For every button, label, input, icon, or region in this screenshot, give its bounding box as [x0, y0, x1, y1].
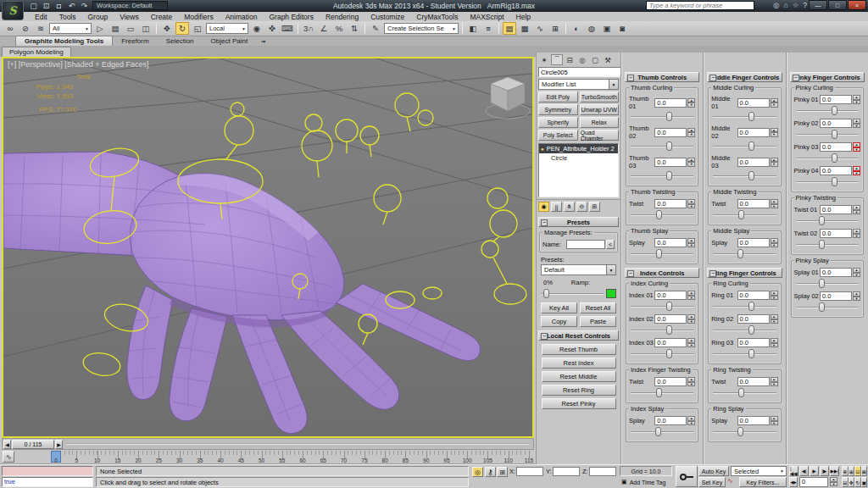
modifier-button-quad-chamfer[interactable]: Quad Chamfer — [580, 130, 620, 141]
named-selection-sets-dropdown[interactable]: Create Selection Se▼ — [384, 23, 459, 34]
slider-thumb[interactable] — [819, 240, 825, 249]
menu-customize[interactable]: Customize — [364, 13, 410, 21]
slider-pinky-finger-controls-twist-02[interactable] — [796, 239, 859, 250]
zoom-extents-icon[interactable]: ⊡ — [854, 466, 861, 476]
slider-middle-finger-controls-middle-02[interactable] — [713, 141, 776, 152]
spinner-down-icon[interactable]: ▼ — [771, 296, 778, 301]
spinner-thumb-controls-thumb-02[interactable]: ▲▼ — [687, 128, 695, 137]
selection-lock-toggle[interactable]: ⚷ — [485, 467, 496, 477]
perspective-viewport[interactable]: [+] [Perspective] [Shaded + Edged Faces]… — [2, 57, 534, 438]
slider-middle-finger-controls-splay[interactable] — [713, 248, 776, 259]
presets-rollout-header[interactable]: − Presets — [538, 217, 619, 227]
modifier-button-unwrap-uvw[interactable]: Unwrap UVW — [580, 104, 620, 115]
slider-thumb[interactable] — [737, 427, 743, 436]
slider-pinky-finger-controls-pinky-01[interactable] — [796, 105, 859, 116]
slider-thumb[interactable] — [666, 302, 672, 311]
modifier-button-relax[interactable]: Relax — [580, 117, 620, 128]
key-filters-button[interactable]: Key Filters... — [739, 477, 787, 487]
rollout-header-pinky-finger-controls[interactable]: −Pinky Finger Controls — [790, 72, 865, 82]
spinner-middle-finger-controls-middle-01[interactable]: ▲▼ — [771, 98, 778, 108]
spinner-pinky-finger-controls-pinky-03[interactable]: ▲▼ — [853, 142, 860, 152]
slider-ring-finger-controls-ring-02[interactable] — [713, 324, 776, 336]
modifier-button-poly-select[interactable]: Poly Select — [538, 130, 578, 141]
value-field-ring-finger-controls-ring-02[interactable]: 0.0 — [737, 314, 770, 324]
slider-pinky-finger-controls-twist-01[interactable] — [796, 215, 859, 226]
collapse-icon[interactable]: − — [627, 75, 634, 81]
spinner-index-controls-index-03[interactable]: ▲▼ — [687, 338, 695, 347]
ribbon-tab-selection[interactable]: Selection — [158, 36, 203, 46]
time-slider-track[interactable] — [66, 443, 530, 445]
slider-thumb[interactable] — [748, 349, 754, 358]
maximize-viewport-toggle-icon[interactable]: ▣ — [861, 477, 868, 487]
y-coordinate-field[interactable] — [553, 467, 580, 476]
maxscript-mini-listener-macro[interactable] — [2, 466, 93, 476]
spinner-down-icon[interactable]: ▼ — [687, 421, 695, 426]
percent-snap-icon[interactable]: % — [332, 22, 346, 35]
reference-coordinate-system-dropdown[interactable]: Local▼ — [206, 23, 248, 34]
slider-pinky-finger-controls-splay-02[interactable] — [796, 302, 859, 313]
value-field-pinky-finger-controls-twist-01[interactable]: 0.0 — [820, 205, 852, 214]
make-unique-icon[interactable]: ⋔ — [564, 202, 575, 212]
slider-thumb[interactable] — [819, 216, 825, 225]
value-field-index-controls-index-01[interactable]: 0.0 — [654, 291, 687, 300]
edit-named-selection-sets-icon[interactable]: ✎ — [369, 22, 382, 35]
material-editor-icon[interactable]: ◐ — [570, 22, 583, 35]
spinner-down-icon[interactable]: ▼ — [687, 103, 695, 108]
reset-all-button[interactable]: Reset All — [580, 302, 616, 313]
spinner-down-icon[interactable]: ▼ — [771, 103, 778, 108]
tab-polygon-modeling[interactable]: Polygon Modeling — [2, 47, 71, 57]
remove-modifier-icon[interactable]: ⊖ — [576, 202, 587, 212]
local-reset-rest-index[interactable]: Rest Index — [542, 358, 616, 369]
menu-crymaxtools[interactable]: CryMaxTools — [410, 13, 464, 21]
key-filter-set-dropdown[interactable]: Selected▼ — [731, 466, 787, 476]
ribbon-tab-freeform[interactable]: Freeform — [113, 36, 157, 46]
play-button[interactable]: ▶ — [810, 466, 819, 476]
spinner-down-icon[interactable]: ▼ — [853, 234, 860, 239]
spinner-down-icon[interactable]: ▼ — [771, 382, 778, 387]
zoom-icon[interactable]: ⊕ — [842, 466, 849, 476]
menu-create[interactable]: Create — [145, 13, 179, 21]
slider-ring-finger-controls-ring-01[interactable] — [713, 301, 776, 312]
set-keys-button[interactable] — [676, 466, 698, 487]
slider-thumb[interactable] — [832, 177, 837, 186]
value-field-pinky-finger-controls-pinky-01[interactable]: 0.0 — [820, 95, 852, 104]
collapse-icon[interactable]: − — [709, 270, 716, 277]
spinner-index-controls-splay[interactable]: ▲▼ — [687, 416, 695, 425]
spinner-ring-finger-controls-twist[interactable]: ▲▼ — [771, 377, 778, 386]
local-reset-reset-pinky[interactable]: Reset Pinky — [542, 398, 616, 409]
local-reset-reset-ring[interactable]: Reset Ring — [542, 385, 616, 396]
value-field-middle-finger-controls-middle-03[interactable]: 0.0 — [737, 158, 770, 167]
spinner-index-controls-index-02[interactable]: ▲▼ — [687, 314, 695, 324]
value-field-pinky-finger-controls-pinky-04[interactable]: 0.0 — [820, 166, 852, 175]
pin-stack-icon[interactable]: ◉ — [538, 202, 549, 212]
spinner-down-icon[interactable]: ▼ — [687, 243, 695, 248]
spinner-pinky-finger-controls-splay-02[interactable]: ▲▼ — [853, 291, 860, 301]
spinner-pinky-finger-controls-twist-01[interactable]: ▲▼ — [853, 205, 860, 214]
rollout-header-ring-finger-controls[interactable]: −Ring Finger Controls — [707, 268, 782, 278]
menu-maxscript[interactable]: MAXScript — [464, 13, 509, 21]
workspace-dropdown[interactable]: Workspace: Default▼ — [92, 1, 168, 10]
collapse-icon[interactable]: − — [541, 219, 548, 226]
schematic-view-icon[interactable]: ⊞ — [548, 22, 562, 35]
spinner-down-icon[interactable]: ▼ — [853, 147, 860, 152]
select-object-icon[interactable]: ▷ — [93, 22, 107, 35]
copy-button[interactable]: Copy — [541, 316, 577, 327]
menu-edit[interactable]: Edit — [29, 13, 53, 21]
slider-thumb[interactable] — [666, 112, 672, 121]
slider-thumb[interactable] — [832, 106, 837, 115]
slider-thumb[interactable] — [819, 279, 825, 288]
rollout-header-middle-finger-controls[interactable]: −Middle Finger Controls — [707, 72, 782, 82]
slider-thumb[interactable] — [748, 112, 754, 121]
value-field-pinky-finger-controls-pinky-02[interactable]: 0.0 — [820, 119, 852, 128]
spinner-pinky-finger-controls-twist-02[interactable]: ▲▼ — [853, 229, 860, 238]
previous-frame-button[interactable]: ◀| — [799, 466, 809, 476]
maxscript-mini-listener[interactable]: true — [2, 477, 93, 487]
select-by-name-icon[interactable]: ▤ — [108, 22, 122, 35]
add-time-tag[interactable]: ▣Add Time Tag — [620, 477, 672, 487]
spinner-down-icon[interactable]: ▼ — [853, 273, 860, 278]
communication-center-icon[interactable]: ⌂ — [784, 1, 788, 9]
collapse-icon[interactable]: − — [541, 333, 548, 340]
collapse-icon[interactable]: − — [793, 75, 799, 81]
spinner-thumb-controls-splay[interactable]: ▲▼ — [687, 238, 695, 247]
select-and-rotate-icon[interactable]: ↻ — [175, 22, 189, 35]
